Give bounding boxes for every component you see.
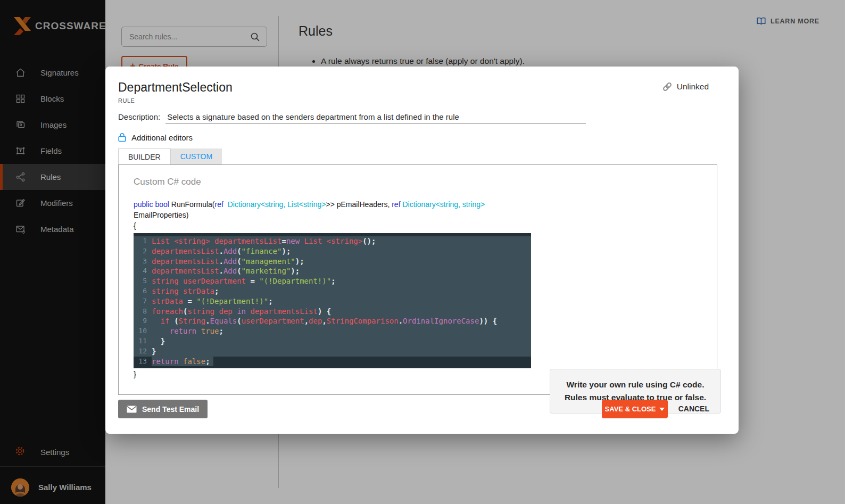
line-number: 8 <box>134 307 152 317</box>
code-line[interactable]: 1List <string> departmentsList=new List … <box>134 236 531 246</box>
line-number: 9 <box>134 316 152 326</box>
description-label: Description: <box>118 112 160 121</box>
line-number: 1 <box>134 236 152 246</box>
send-test-email-label: Send Test Email <box>142 405 199 414</box>
code-line[interactable]: 6string strData; <box>134 286 531 296</box>
code-line[interactable]: 11 } <box>134 336 531 346</box>
line-number: 12 <box>134 346 152 357</box>
line-number: 13 <box>134 357 152 367</box>
closing-brace: } <box>134 369 136 378</box>
code-line[interactable]: 3departmentsList.Add("management"); <box>134 257 531 267</box>
modal-type-label: RULE <box>118 97 135 104</box>
line-number: 5 <box>134 276 152 286</box>
line-number: 7 <box>134 296 152 307</box>
code-editor[interactable]: 1List <string> departmentsList=new List … <box>134 233 531 368</box>
description-row: Description: Selects a signature based o… <box>118 112 586 124</box>
code-line[interactable]: 2departmentsList.Add("finance"); <box>134 246 531 257</box>
tab-custom[interactable]: CUSTOM <box>171 148 222 164</box>
unlinked-label: Unlinked <box>677 82 709 92</box>
line-number: 10 <box>134 326 152 336</box>
tab-builder[interactable]: BUILDER <box>118 148 171 164</box>
line-number: 3 <box>134 257 152 267</box>
envelope-icon <box>127 406 137 413</box>
chevron-down-icon <box>659 408 665 411</box>
cancel-button[interactable]: CANCEL <box>678 404 709 413</box>
method-signature: public bool RunFormula(ref Dictionary<st… <box>134 199 485 231</box>
code-line[interactable]: 13return false; <box>134 357 531 367</box>
line-number: 4 <box>134 266 152 276</box>
code-line[interactable]: 9 if (String.Equals(userDepartment,dep,S… <box>134 316 531 326</box>
line-number: 11 <box>134 336 152 346</box>
custom-code-panel: Custom C# code public bool RunFormula(re… <box>118 164 717 395</box>
code-line[interactable]: 12} <box>134 346 531 357</box>
code-line[interactable]: 10 return true; <box>134 326 531 336</box>
unlinked-control[interactable]: Unlinked <box>662 81 709 92</box>
line-number: 2 <box>134 246 152 257</box>
save-close-button[interactable]: SAVE & CLOSE <box>602 400 668 418</box>
description-field[interactable]: Selects a signature based on the senders… <box>165 112 586 124</box>
line-number: 6 <box>134 286 152 296</box>
additional-editors-row[interactable]: Additional editors <box>118 133 193 142</box>
app-root: + Create Rule Rules A rule always return… <box>0 0 845 504</box>
save-close-label: SAVE & CLOSE <box>605 405 656 413</box>
code-line[interactable]: 4departmentsList.Add("marketing"); <box>134 266 531 276</box>
additional-editors-label: Additional editors <box>131 133 193 142</box>
rule-edit-modal: DepartmentSelection RULE Unlinked Descri… <box>105 67 739 434</box>
custom-code-heading: Custom C# code <box>134 177 201 187</box>
code-line[interactable]: 7strData = "(!Department!)"; <box>134 296 531 307</box>
link-icon <box>662 81 673 92</box>
code-line[interactable]: 8foreach(string dep in departmentsList) … <box>134 307 531 317</box>
modal-title: DepartmentSelection <box>118 80 233 95</box>
code-line[interactable]: 5string userDepartment = "(!Department!)… <box>134 276 531 286</box>
send-test-email-button[interactable]: Send Test Email <box>118 400 208 418</box>
hint-line-1: Write your own rule using C# code. <box>567 378 705 391</box>
editor-tabs: BUILDER CUSTOM <box>118 148 222 164</box>
lock-icon <box>118 133 126 142</box>
